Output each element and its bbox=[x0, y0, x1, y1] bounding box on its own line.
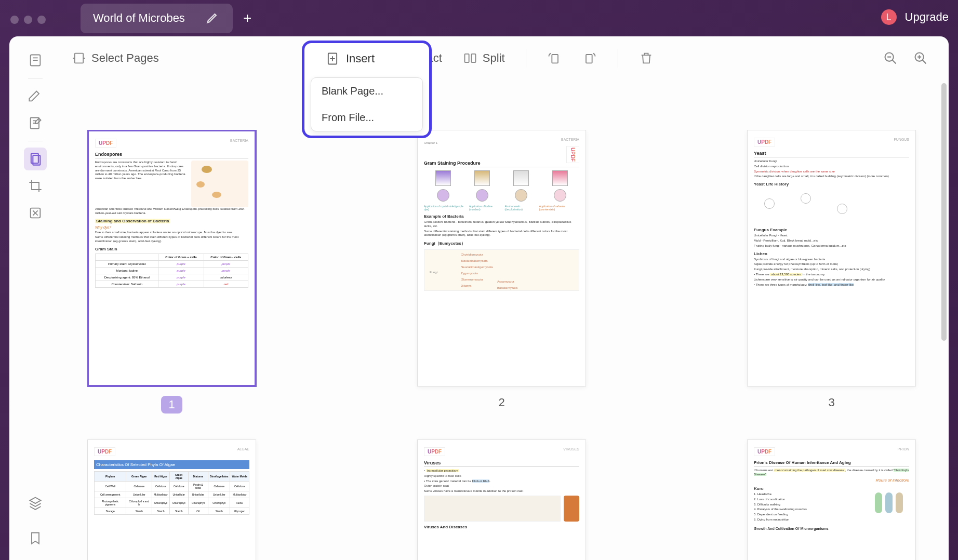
sidebar-bottom bbox=[24, 491, 47, 550]
add-tab-button[interactable]: + bbox=[243, 10, 251, 26]
svg-rect-8 bbox=[464, 54, 469, 62]
insert-button[interactable]: Insert bbox=[304, 43, 429, 74]
sidebar-crop[interactable] bbox=[24, 175, 47, 197]
rotate-right-button[interactable] bbox=[582, 51, 597, 65]
tab-title: World of Microbes bbox=[93, 11, 185, 25]
scrollbar-thumb[interactable] bbox=[941, 83, 947, 341]
sidebar-reader-mode[interactable] bbox=[24, 49, 47, 72]
svg-rect-11 bbox=[586, 55, 592, 63]
sidebar-layers[interactable] bbox=[24, 491, 47, 514]
titlebar: World of Microbes + bbox=[81, 4, 958, 32]
window-controls bbox=[10, 16, 46, 24]
divider bbox=[28, 78, 43, 78]
sidebar-edit[interactable] bbox=[24, 112, 47, 135]
sidebar-pages[interactable] bbox=[24, 148, 47, 170]
upgrade-area: L Upgrade bbox=[881, 9, 949, 25]
scrollbar[interactable] bbox=[941, 83, 947, 405]
minimize-window-btn[interactable] bbox=[24, 16, 32, 24]
delete-button[interactable] bbox=[639, 51, 654, 65]
page-thumbnail-4[interactable]: UPDF ALGAE Characteristics Of Selected P… bbox=[87, 439, 256, 560]
page-number: 2 bbox=[498, 396, 504, 409]
separator bbox=[526, 49, 526, 68]
insert-blank-page[interactable]: Blank Page... bbox=[311, 78, 422, 104]
page-number: 3 bbox=[828, 396, 834, 409]
svg-rect-10 bbox=[552, 55, 558, 63]
page-thumbnail-5[interactable]: UPDF VIRUSES Viruses • Intracellular par… bbox=[417, 439, 586, 560]
main-window: Select Pages Replace Extract Split bbox=[9, 36, 949, 560]
toolbar: Select Pages Replace Extract Split bbox=[72, 49, 928, 68]
zoom-out-button[interactable] bbox=[883, 51, 898, 65]
insert-dropdown-highlight: Insert Blank Page... From File... bbox=[302, 41, 432, 138]
select-pages-button[interactable]: Select Pages bbox=[72, 51, 159, 65]
zoom-in-button[interactable] bbox=[913, 51, 928, 65]
page-thumbnail-1[interactable]: UPDF BACTERIA Endospores Endospores are … bbox=[87, 130, 256, 414]
divider bbox=[28, 141, 43, 141]
sidebar-bookmark[interactable] bbox=[24, 527, 47, 550]
rotate-left-button[interactable] bbox=[547, 51, 562, 65]
page-grid: UPDF BACTERIA Endospores Endospores are … bbox=[87, 130, 928, 560]
sidebar-watermark[interactable] bbox=[24, 202, 47, 224]
split-button[interactable]: Split bbox=[463, 51, 505, 65]
upgrade-button[interactable]: Upgrade bbox=[905, 10, 949, 24]
page-thumbnail-6[interactable]: UPDF PRION Prion's Disease Of Human Inhe… bbox=[747, 439, 916, 560]
close-window-btn[interactable] bbox=[10, 16, 19, 24]
separator bbox=[618, 49, 618, 68]
insert-menu: Blank Page... From File... bbox=[311, 77, 423, 131]
avatar[interactable]: L bbox=[881, 9, 897, 25]
pencil-icon[interactable] bbox=[206, 10, 220, 27]
svg-rect-5 bbox=[75, 54, 83, 63]
page-thumbnail-2[interactable]: Chapter 1 BACTERIA UPDF Gram Staining Pr… bbox=[417, 130, 586, 414]
toolbar-right bbox=[883, 51, 928, 65]
page-thumbnail-3[interactable]: UPDF FUNGUS Yeast Unicellular Fungi Cell… bbox=[747, 130, 916, 414]
page-number: 1 bbox=[161, 396, 182, 414]
sidebar bbox=[9, 36, 61, 560]
insert-from-file[interactable]: From File... bbox=[311, 104, 422, 131]
svg-rect-9 bbox=[471, 54, 475, 62]
updf-logo: UPDF bbox=[95, 139, 116, 148]
maximize-window-btn[interactable] bbox=[37, 16, 46, 24]
document-tab[interactable]: World of Microbes bbox=[81, 4, 233, 33]
sidebar-highlight[interactable] bbox=[24, 85, 47, 108]
